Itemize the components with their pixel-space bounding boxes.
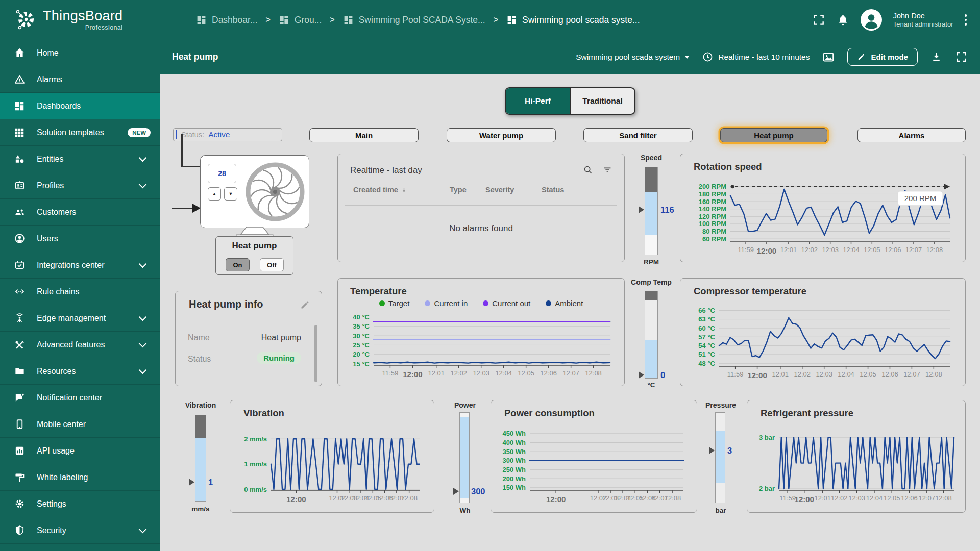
svg-text:60 RPM: 60 RPM — [702, 235, 726, 243]
breadcrumb-item-current-dashboard[interactable]: Swimming pool scada syste... — [506, 15, 640, 26]
sidebar-item-edge-management[interactable]: Edge management — [0, 305, 160, 332]
sidebar-item-rule-chains[interactable]: Rule chains — [0, 279, 160, 305]
refrigerant-pressure-chart[interactable]: 3 bar2 bar11:5912:0012:0112:0212:0312:04… — [752, 424, 961, 508]
scrollbar[interactable] — [314, 325, 317, 382]
sidebar-item-advanced-features[interactable]: Advanced features — [0, 332, 160, 358]
power-consumption-chart[interactable]: 450 Wh400 Wh350 Wh300 Wh250 Wh200 Wh150 … — [496, 424, 693, 508]
on-button[interactable]: On — [226, 258, 250, 271]
user-avatar[interactable] — [861, 9, 882, 31]
notifications-button[interactable] — [837, 14, 849, 27]
search-icon[interactable] — [582, 164, 594, 178]
vibration-widget: Vibration 2 mm/s1 mm/s0 mm/s12:0012:0212… — [230, 400, 434, 513]
sidebar-item-alarms[interactable]: Alarms — [0, 66, 160, 93]
comp-temp-gauge — [645, 291, 658, 379]
sidebar-item-users[interactable]: Users — [0, 226, 160, 252]
compressor-temperature-chart[interactable]: 66 °C63 °C60 °C57 °C54 °C51 °C48 °C11:59… — [688, 300, 959, 382]
state-button-heat-pump[interactable]: Heat pump — [720, 128, 827, 142]
image-icon — [822, 51, 835, 64]
state-button-main[interactable]: Main — [309, 128, 419, 142]
svg-text:12:07: 12:07 — [903, 370, 920, 378]
compressor-temperature-widget: Compressor temperature 66 °C63 °C60 °C57… — [680, 278, 966, 386]
vibration-gauge-unit: mm/s — [173, 505, 229, 513]
temperature-widget: Temperature TargetCurrent inCurrent outA… — [337, 278, 625, 386]
temperature-chart[interactable]: 40 °C35 °C30 °C25 °C20 °C15 °C11:5912:00… — [345, 311, 618, 381]
edit-mode-button[interactable]: Edit mode — [847, 48, 918, 66]
svg-text:3 bar: 3 bar — [759, 434, 775, 441]
timewindow-button[interactable]: Realtime - last 10 minutes — [702, 51, 810, 63]
fullscreen-button[interactable] — [812, 13, 825, 27]
speed-gauge-label: Speed — [623, 154, 679, 162]
legend-label: Current in — [434, 299, 468, 308]
image-gallery-button[interactable] — [822, 51, 835, 64]
sidebar-item-home[interactable]: Home — [0, 40, 160, 66]
legend-item[interactable]: Current out — [483, 299, 530, 308]
view-toggle: Hi-Perf Traditional — [505, 87, 635, 115]
dashboard-state-select[interactable]: Swimming pool scada system — [576, 53, 690, 62]
sidebar-item-api-usage[interactable]: API usage — [0, 438, 160, 464]
column-severity[interactable]: Severity — [485, 186, 514, 194]
setpoint-decrease-button[interactable]: ▼ — [224, 187, 237, 201]
sidebar-item-mobile-center[interactable]: Mobile center — [0, 411, 160, 438]
breadcrumb: Dashboar... > Grou... > Swimming Pool SC… — [196, 15, 640, 26]
svg-text:30 °C: 30 °C — [353, 332, 370, 340]
edit-icon[interactable] — [300, 299, 310, 312]
download-button[interactable] — [930, 51, 943, 63]
sidebar-item-customers[interactable]: Customers — [0, 199, 160, 226]
state-button-alarms[interactable]: Alarms — [857, 128, 966, 142]
sort-desc-icon — [400, 186, 408, 194]
state-button-sand-filter[interactable]: Sand filter — [583, 128, 693, 142]
more-menu-button[interactable] — [965, 14, 967, 26]
dashboard-fullscreen-button[interactable] — [955, 51, 968, 63]
legend-item[interactable]: Ambient — [546, 299, 583, 308]
sidebar-item-white-labeling[interactable]: White labeling — [0, 464, 160, 491]
svg-text:12:00: 12:00 — [747, 371, 767, 380]
power-gauge-label: Power — [437, 401, 493, 409]
svg-text:40 °C: 40 °C — [353, 313, 370, 321]
heat-pump-control: Heat pump On Off — [215, 236, 293, 275]
svg-text:12:08: 12:08 — [925, 370, 942, 378]
legend-item[interactable]: Current in — [425, 299, 468, 308]
column-created-time[interactable]: Created time — [353, 186, 408, 194]
sidebar-item-integrations-center[interactable]: Integrations center — [0, 252, 160, 279]
column-status[interactable]: Status — [542, 186, 564, 194]
sidebar-item-dashboards[interactable]: Dashboards — [0, 93, 160, 119]
svg-text:12:04: 12:04 — [838, 370, 854, 378]
svg-text:2 bar: 2 bar — [759, 485, 775, 492]
vibration-chart[interactable]: 2 mm/s1 mm/s0 mm/s12:0012:0212:0312:0412… — [235, 424, 430, 508]
chevron-down-icon — [139, 180, 147, 188]
state-button-water-pump[interactable]: Water pump — [447, 128, 556, 142]
tab-traditional[interactable]: Traditional — [570, 88, 634, 114]
sidebar-item-entities[interactable]: Entities — [0, 146, 160, 172]
power-consumption-widget: Power consumption 450 Wh400 Wh350 Wh300 … — [491, 400, 697, 513]
sidebar-item-security[interactable]: Security — [0, 517, 160, 544]
code-brackets-icon — [13, 286, 26, 298]
bell-icon — [837, 14, 849, 27]
off-button[interactable]: Off — [260, 258, 284, 271]
gauge-pointer-icon — [709, 447, 715, 454]
sidebar-item-profiles[interactable]: Profiles — [0, 172, 160, 199]
gauge-pointer-icon — [453, 488, 459, 495]
breadcrumb-item-group[interactable]: Grou... — [279, 15, 322, 26]
sidebar-item-solution-templates[interactable]: Solution templates NEW — [0, 119, 160, 146]
sidebar-item-settings[interactable]: Settings — [0, 491, 160, 517]
column-type[interactable]: Type — [450, 186, 467, 194]
svg-text:12:00: 12:00 — [286, 495, 306, 504]
breadcrumb-item-scada-group[interactable]: Swimming Pool SCADA Syste... — [343, 15, 485, 26]
sidebar-item-resources[interactable]: Resources — [0, 358, 160, 385]
setpoint-increase-button[interactable]: ▲ — [208, 187, 221, 201]
gear-icon — [13, 498, 26, 510]
breadcrumb-item-dashboards[interactable]: Dashboar... — [196, 15, 258, 26]
new-badge: NEW — [128, 128, 151, 137]
svg-text:48 °C: 48 °C — [698, 360, 715, 367]
filter-icon[interactable] — [602, 164, 613, 178]
device-stand — [234, 227, 275, 237]
setpoint-field[interactable]: 28 — [208, 164, 236, 183]
paint-roller-icon — [13, 471, 26, 484]
tab-hi-perf[interactable]: Hi-Perf — [506, 88, 570, 114]
speed-gauge-value: 116 — [660, 205, 674, 215]
rotation-speed-chart[interactable]: 200 RPM180 RPM160 RPM140 RPM120 RPM100 R… — [688, 177, 959, 257]
svg-text:12:08: 12:08 — [926, 246, 943, 254]
legend-item[interactable]: Target — [379, 299, 410, 308]
sidebar-item-notification-center[interactable]: Notification center — [0, 385, 160, 411]
thingsboard-logo[interactable]: ThingsBoard Professional — [13, 7, 166, 33]
